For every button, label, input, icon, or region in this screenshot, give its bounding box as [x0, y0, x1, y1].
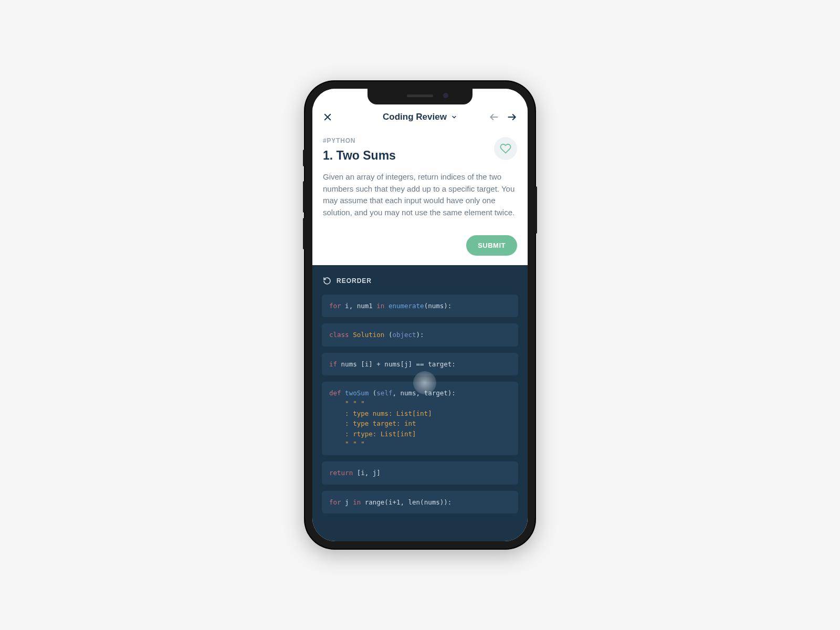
code-block[interactable]: class Solution (object):: [322, 323, 518, 346]
page-title-dropdown[interactable]: Coding Review: [383, 112, 457, 122]
problem-title: 1. Two Sums: [323, 149, 517, 163]
phone-volume-up: [303, 181, 305, 213]
next-arrow-icon[interactable]: [507, 112, 517, 122]
phone-frame: Coding Review #PYTHON 1. Two Sums: [305, 81, 535, 549]
reorder-icon: [323, 277, 331, 285]
app-content: Coding Review #PYTHON 1. Two Sums: [312, 89, 528, 541]
prev-arrow-icon[interactable]: [489, 112, 499, 122]
code-blocks-list: for i, num1 in enumerate(nums):class Sol…: [322, 295, 518, 513]
problem-header: #PYTHON 1. Two Sums Given an array of in…: [312, 128, 528, 225]
heart-icon: [500, 143, 511, 154]
phone-power-button: [535, 186, 537, 234]
close-icon[interactable]: [323, 112, 332, 122]
problem-description: Given an array of integers, return indic…: [323, 171, 517, 218]
reorder-button[interactable]: REORDER: [323, 277, 518, 285]
code-block[interactable]: for j in range(i+1, len(nums)):: [322, 491, 518, 513]
phone-mute-switch: [303, 150, 305, 166]
code-block[interactable]: if nums [i] + nums[j] == target:: [322, 353, 518, 375]
reorder-label: REORDER: [337, 277, 372, 285]
code-block[interactable]: return [i, j]: [322, 461, 518, 484]
screen: Coding Review #PYTHON 1. Two Sums: [312, 89, 528, 541]
notch: [368, 89, 472, 104]
language-tag: #PYTHON: [323, 137, 517, 144]
submit-button[interactable]: SUBMIT: [466, 235, 517, 256]
page-title: Coding Review: [383, 112, 447, 122]
favorite-button[interactable]: [494, 137, 517, 160]
code-area: REORDER for i, num1 in enumerate(nums):c…: [312, 265, 528, 541]
code-block[interactable]: def twoSum (self, nums, target): " " " :…: [322, 382, 518, 455]
chevron-down-icon: [451, 114, 457, 120]
code-block[interactable]: for i, num1 in enumerate(nums):: [322, 295, 518, 317]
phone-volume-down: [303, 218, 305, 249]
submit-row: SUBMIT: [312, 225, 528, 265]
